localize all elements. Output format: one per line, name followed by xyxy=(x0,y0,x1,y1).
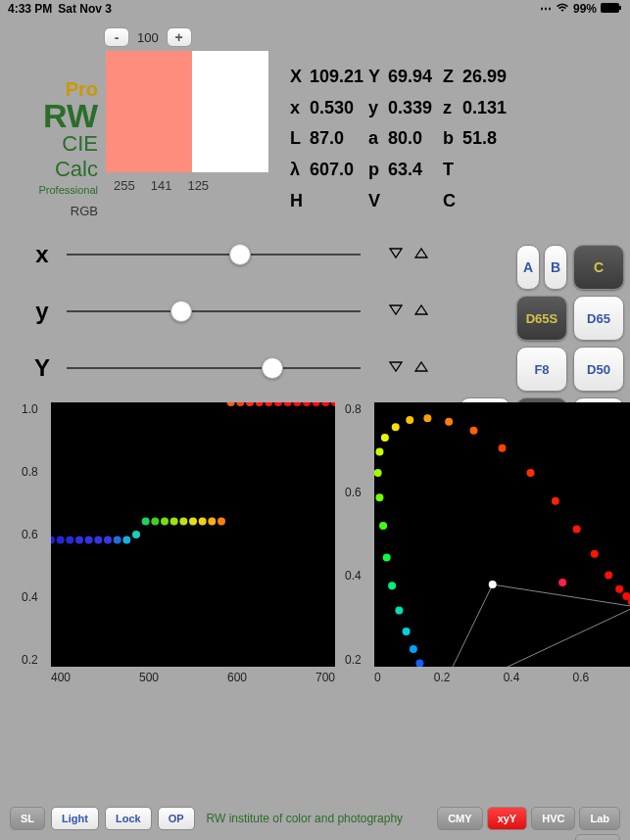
rgb-button[interactable]: RGB xyxy=(575,834,620,840)
svg-point-59 xyxy=(591,549,599,557)
label-p: p xyxy=(368,160,386,187)
op-button[interactable]: OP xyxy=(158,807,195,830)
nudge-y-down-icon[interactable] xyxy=(388,302,404,321)
svg-point-42 xyxy=(395,606,403,614)
key-B[interactable]: B xyxy=(544,245,567,290)
svg-point-53 xyxy=(445,417,453,425)
svg-point-6 xyxy=(85,536,93,543)
slider-x-label: x xyxy=(27,241,57,268)
wifi-icon xyxy=(556,2,569,16)
nudge-Y-down-icon[interactable] xyxy=(388,358,404,378)
label-V: V xyxy=(368,191,386,218)
svg-point-46 xyxy=(375,493,383,501)
sl-button[interactable]: SL xyxy=(10,807,45,830)
slider-x-track[interactable] xyxy=(67,254,361,256)
slider-y-thumb[interactable] xyxy=(170,301,192,322)
key-A[interactable]: A xyxy=(516,245,540,290)
swatch-primary xyxy=(106,51,192,172)
status-dots: ⋯ xyxy=(540,2,552,16)
svg-point-22 xyxy=(236,402,244,406)
svg-point-5 xyxy=(75,536,83,543)
svg-point-29 xyxy=(303,402,311,406)
xyy-button[interactable]: xyY xyxy=(487,807,528,830)
logo-calc: Calc xyxy=(10,157,98,182)
value-C xyxy=(462,191,511,218)
key-F8[interactable]: F8 xyxy=(516,347,567,392)
nudge-Y-up-icon[interactable] xyxy=(413,358,429,378)
step-value: 100 xyxy=(133,30,163,45)
svg-point-39 xyxy=(415,659,423,667)
svg-point-55 xyxy=(499,443,507,451)
rgb-r: 255 xyxy=(114,178,135,193)
svg-point-14 xyxy=(161,517,169,525)
logo-rw: RW xyxy=(10,101,98,131)
slider-Y-track[interactable] xyxy=(67,367,361,369)
svg-point-19 xyxy=(208,517,216,525)
svg-point-8 xyxy=(104,536,112,543)
swatch-reference xyxy=(192,51,268,172)
lab-button[interactable]: Lab xyxy=(579,807,620,830)
svg-point-57 xyxy=(552,496,559,504)
slider-x-thumb[interactable] xyxy=(229,244,251,265)
svg-point-47 xyxy=(374,469,382,477)
color-swatches xyxy=(106,51,282,172)
app-logo: Pro RW CIE Calc Professional RGB xyxy=(10,27,98,218)
label-C: C xyxy=(443,191,460,218)
label-H: H xyxy=(290,191,308,218)
svg-point-23 xyxy=(246,402,254,406)
value-x: 0.530 xyxy=(310,98,366,125)
cmy-button[interactable]: CMY xyxy=(437,807,482,830)
svg-point-31 xyxy=(321,402,329,406)
svg-point-21 xyxy=(227,402,235,406)
lock-button[interactable]: Lock xyxy=(105,807,152,830)
step-plus-button[interactable]: + xyxy=(167,27,192,47)
svg-rect-0 xyxy=(601,3,619,13)
value-X: 109.21 xyxy=(310,67,366,94)
key-C[interactable]: C xyxy=(573,245,624,290)
rgb-b: 125 xyxy=(187,178,209,193)
slider-Y-thumb[interactable] xyxy=(262,357,283,379)
battery-pct: 99% xyxy=(573,2,597,16)
svg-point-26 xyxy=(274,402,282,406)
svg-point-24 xyxy=(256,402,264,406)
status-date: Sat Nov 3 xyxy=(58,2,112,16)
svg-point-9 xyxy=(114,536,121,543)
value-z: 0.131 xyxy=(462,98,511,125)
svg-point-67 xyxy=(558,579,566,586)
svg-point-58 xyxy=(573,525,581,533)
svg-point-2 xyxy=(51,536,55,543)
svg-point-50 xyxy=(392,423,400,431)
label-a: a xyxy=(368,128,386,156)
svg-point-3 xyxy=(57,536,65,543)
value-lambda: 607.0 xyxy=(310,160,366,187)
label-T: T xyxy=(443,160,460,187)
value-H xyxy=(310,191,366,218)
nudge-x-up-icon[interactable] xyxy=(413,245,429,264)
step-minus-button[interactable]: - xyxy=(104,27,129,47)
key-D50[interactable]: D50 xyxy=(573,347,624,392)
nudge-y-up-icon[interactable] xyxy=(413,302,429,321)
svg-point-44 xyxy=(383,553,391,561)
svg-point-60 xyxy=(605,571,612,579)
svg-point-48 xyxy=(375,447,383,455)
svg-point-32 xyxy=(331,402,335,406)
svg-point-18 xyxy=(199,517,207,525)
nudge-x-down-icon[interactable] xyxy=(388,245,404,264)
value-V xyxy=(388,191,441,218)
svg-point-4 xyxy=(66,536,73,543)
light-button[interactable]: Light xyxy=(51,807,99,830)
key-D65S[interactable]: D65S xyxy=(516,296,567,341)
svg-point-10 xyxy=(122,536,130,543)
hvc-button[interactable]: HVC xyxy=(531,807,575,830)
battery-icon xyxy=(601,2,622,16)
value-a: 80.0 xyxy=(388,128,441,156)
svg-point-20 xyxy=(218,517,225,525)
svg-point-17 xyxy=(189,517,197,525)
svg-point-12 xyxy=(142,517,150,525)
label-Z: Z xyxy=(443,67,460,94)
slider-y-track[interactable] xyxy=(67,310,361,312)
rgb-values: 255 141 125 xyxy=(106,178,282,193)
svg-point-40 xyxy=(410,645,417,653)
key-D65[interactable]: D65 xyxy=(573,296,624,341)
logo-cie: CIE xyxy=(10,131,98,157)
